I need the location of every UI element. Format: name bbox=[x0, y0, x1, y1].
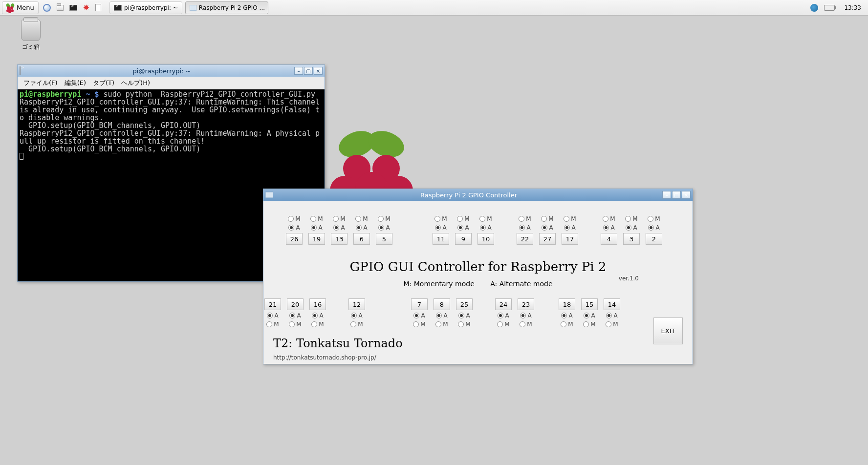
mode-a-radio[interactable]: A bbox=[288, 224, 300, 231]
mode-a-radio[interactable]: A bbox=[480, 224, 491, 231]
mode-m-radio[interactable]: M bbox=[457, 215, 469, 222]
tray-battery[interactable] bbox=[823, 1, 836, 14]
pin-16-button[interactable]: 16 bbox=[309, 298, 326, 310]
mode-m-radio[interactable]: M bbox=[497, 321, 509, 328]
mode-a-radio[interactable]: A bbox=[356, 224, 367, 231]
mode-m-radio[interactable]: M bbox=[350, 321, 363, 328]
pin-22-button[interactable]: 22 bbox=[517, 233, 533, 245]
pin-26-button[interactable]: 26 bbox=[286, 233, 303, 245]
pin-12-button[interactable]: 12 bbox=[348, 298, 365, 310]
close-button[interactable]: × bbox=[314, 67, 323, 75]
mode-a-radio[interactable]: A bbox=[584, 312, 595, 319]
mode-m-radio[interactable]: M bbox=[288, 215, 300, 222]
mode-m-radio[interactable]: M bbox=[434, 215, 447, 222]
pin-13-button[interactable]: 13 bbox=[331, 233, 347, 245]
pin-17-button[interactable]: 17 bbox=[562, 233, 578, 245]
mode-m-radio[interactable]: M bbox=[541, 215, 553, 222]
mode-a-radio[interactable]: A bbox=[542, 224, 553, 231]
pin-9-button[interactable]: 9 bbox=[455, 233, 472, 245]
pin-7-button[interactable]: 7 bbox=[411, 298, 428, 310]
pin-21-button[interactable]: 21 bbox=[264, 298, 281, 310]
clock[interactable]: 13:33 bbox=[839, 4, 866, 11]
mode-m-radio[interactable]: M bbox=[606, 321, 618, 328]
pin-27-button[interactable]: 27 bbox=[539, 233, 556, 245]
mode-a-radio[interactable]: A bbox=[311, 224, 322, 231]
menu-file[interactable]: ファイル(F) bbox=[21, 78, 61, 88]
mode-m-radio[interactable]: M bbox=[289, 321, 301, 328]
mode-a-radio[interactable]: A bbox=[289, 312, 301, 319]
tray-bluebird[interactable] bbox=[809, 1, 820, 14]
mode-m-radio[interactable]: M bbox=[479, 215, 492, 222]
minimize-button[interactable]: – bbox=[662, 191, 671, 199]
mode-a-radio[interactable]: A bbox=[351, 312, 362, 319]
menu-button[interactable]: Menu bbox=[2, 1, 39, 14]
mode-m-radio[interactable]: M bbox=[458, 321, 470, 328]
pin-10-button[interactable]: 10 bbox=[477, 233, 494, 245]
mode-a-radio[interactable]: A bbox=[561, 312, 572, 319]
mode-m-radio[interactable]: M bbox=[266, 321, 279, 328]
quicklaunch-wolfram[interactable] bbox=[94, 1, 103, 14]
pin-4-button[interactable]: 4 bbox=[601, 233, 617, 245]
mode-m-radio[interactable]: M bbox=[648, 215, 660, 222]
mode-m-radio[interactable]: M bbox=[519, 215, 531, 222]
mode-a-radio[interactable]: A bbox=[520, 312, 531, 319]
mode-m-radio[interactable]: M bbox=[435, 321, 448, 328]
menu-edit[interactable]: 編集(E) bbox=[62, 78, 89, 88]
desktop-trash[interactable]: ゴミ箱 bbox=[13, 20, 48, 51]
mode-m-radio[interactable]: M bbox=[603, 215, 615, 222]
pin-20-button[interactable]: 20 bbox=[287, 298, 304, 310]
mode-a-radio[interactable]: A bbox=[648, 224, 659, 231]
mode-m-radio[interactable]: M bbox=[413, 321, 425, 328]
pin-15-button[interactable]: 15 bbox=[581, 298, 598, 310]
mode-m-radio[interactable]: M bbox=[625, 215, 637, 222]
quicklaunch-browser[interactable] bbox=[42, 1, 52, 14]
close-button[interactable]: × bbox=[682, 191, 691, 199]
pin-18-button[interactable]: 18 bbox=[559, 298, 575, 310]
mode-a-radio[interactable]: A bbox=[435, 224, 446, 231]
mode-a-radio[interactable]: A bbox=[312, 312, 323, 319]
pin-19-button[interactable]: 19 bbox=[308, 233, 325, 245]
mode-a-radio[interactable]: A bbox=[626, 224, 637, 231]
pin-25-button[interactable]: 25 bbox=[456, 298, 473, 310]
menu-help[interactable]: ヘルプ(H) bbox=[118, 78, 153, 88]
mode-m-radio[interactable]: M bbox=[564, 215, 576, 222]
pin-8-button[interactable]: 8 bbox=[434, 298, 450, 310]
mode-m-radio[interactable]: M bbox=[378, 215, 390, 222]
task-item-0[interactable]: pi@raspberrypi: ~ bbox=[109, 1, 182, 14]
pin-2-button[interactable]: 2 bbox=[646, 233, 662, 245]
mode-m-radio[interactable]: M bbox=[561, 321, 573, 328]
mode-a-radio[interactable]: A bbox=[267, 312, 278, 319]
mode-m-radio[interactable]: M bbox=[333, 215, 345, 222]
maximize-button[interactable]: ▢ bbox=[672, 191, 681, 199]
quicklaunch-files[interactable] bbox=[55, 1, 65, 14]
mode-m-radio[interactable]: M bbox=[520, 321, 532, 328]
maximize-button[interactable]: ▢ bbox=[304, 67, 313, 75]
pin-6-button[interactable]: 6 bbox=[353, 233, 370, 245]
mode-a-radio[interactable]: A bbox=[498, 312, 509, 319]
mode-a-radio[interactable]: A bbox=[413, 312, 425, 319]
minimize-button[interactable]: – bbox=[294, 67, 303, 75]
mode-m-radio[interactable]: M bbox=[311, 321, 324, 328]
pin-14-button[interactable]: 14 bbox=[604, 298, 620, 310]
pin-3-button[interactable]: 3 bbox=[623, 233, 640, 245]
mode-a-radio[interactable]: A bbox=[436, 312, 447, 319]
mode-m-radio[interactable]: M bbox=[583, 321, 595, 328]
pin-11-button[interactable]: 11 bbox=[433, 233, 449, 245]
mode-m-radio[interactable]: M bbox=[310, 215, 323, 222]
quicklaunch-mathematica[interactable]: ✸ bbox=[82, 1, 91, 14]
mode-a-radio[interactable]: A bbox=[333, 224, 345, 231]
gpio-titlebar[interactable]: Raspberry Pi 2 GPIO Controller – ▢ × bbox=[263, 189, 693, 201]
mode-m-radio[interactable]: M bbox=[355, 215, 368, 222]
pin-5-button[interactable]: 5 bbox=[376, 233, 392, 245]
mode-a-radio[interactable]: A bbox=[606, 312, 617, 319]
mode-a-radio[interactable]: A bbox=[519, 224, 530, 231]
mode-a-radio[interactable]: A bbox=[378, 224, 390, 231]
pin-23-button[interactable]: 23 bbox=[518, 298, 534, 310]
pin-24-button[interactable]: 24 bbox=[495, 298, 512, 310]
menu-tabs[interactable]: タブ(T) bbox=[90, 78, 117, 88]
mode-a-radio[interactable]: A bbox=[564, 224, 575, 231]
mode-a-radio[interactable]: A bbox=[458, 312, 470, 319]
exit-button[interactable]: EXIT bbox=[653, 317, 683, 344]
mode-a-radio[interactable]: A bbox=[603, 224, 614, 231]
mode-a-radio[interactable]: A bbox=[457, 224, 469, 231]
